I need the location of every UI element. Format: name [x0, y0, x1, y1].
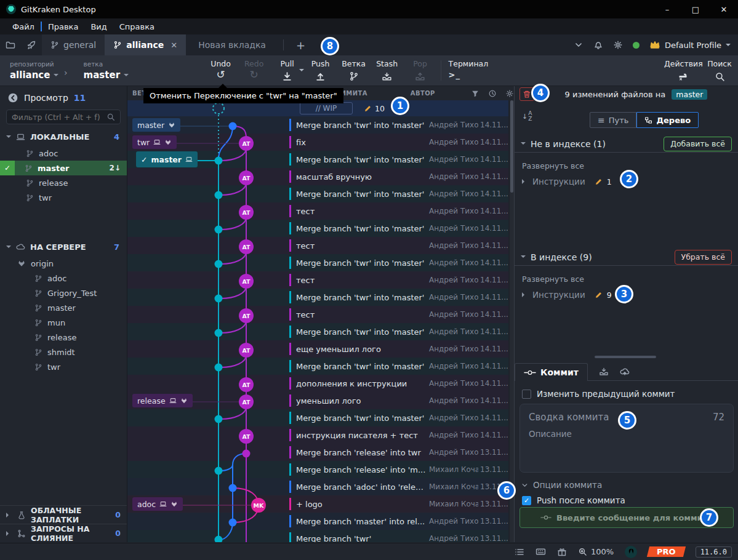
profile-menu[interactable]: Default Profile [649, 39, 731, 50]
section-merge-requests[interactable]: ЗАПРОСЫ НА СЛИЯНИЕ 0 [0, 524, 127, 542]
commit-row[interactable]: Merge branch 'twr' into 'master'Андрей Т… [127, 151, 508, 168]
menu-edit[interactable]: Правка [42, 18, 84, 34]
minimize-button[interactable]: – [653, 0, 681, 18]
push-after-checkbox[interactable]: ✓ [522, 496, 531, 505]
path-view-button[interactable]: ≡Путь [590, 112, 636, 128]
launchpad-rocket-icon[interactable] [21, 34, 42, 55]
repo-selector[interactable]: репозиторий alliance [0, 55, 64, 86]
push-after-commit-row[interactable]: ✓ Push после коммита [522, 495, 625, 505]
pop-button[interactable]: Pop [404, 55, 437, 86]
commit-row[interactable]: тестАндрей Тихон...14.11.... [127, 237, 508, 254]
sidebar-branch-twr[interactable]: twr [0, 190, 127, 205]
menu-help[interactable]: Справка [113, 18, 161, 34]
remote-branch-mun[interactable]: mun [0, 315, 127, 330]
chevron-down-icon[interactable] [574, 40, 584, 50]
commit-row[interactable]: Merge branch 'twr' into 'master'Андрей Т… [127, 254, 508, 271]
commit-description-input[interactable]: Описание [529, 429, 724, 439]
commit-summary-input[interactable]: Сводка коммита [529, 412, 609, 423]
commit-row[interactable]: инструкция писателя + тестАндрей Тихон..… [127, 426, 508, 444]
gift-icon[interactable] [557, 547, 567, 557]
expand-all-link[interactable]: Развернуть все [515, 153, 738, 170]
pull-button[interactable]: Pull [271, 55, 304, 86]
terminal-button[interactable]: Терминал >_ [445, 55, 488, 86]
filter-funnel-icon[interactable] [471, 89, 479, 98]
section-remote[interactable]: НА СЕРВЕРЕ 7 [0, 237, 127, 256]
commit-row[interactable]: Merge branch 'twr' into 'master'Андрей Т… [127, 323, 508, 340]
maximize-button[interactable]: □ [681, 0, 710, 18]
tab-close-icon[interactable]: ✕ [170, 41, 177, 50]
remote-origin[interactable]: origin [0, 256, 127, 271]
close-button[interactable]: ✕ [710, 0, 738, 18]
remote-branch-shmidt[interactable]: shmidt [0, 345, 127, 359]
commit-row[interactable]: тестАндрей Тихон...14.11.... [127, 306, 508, 323]
commit-row[interactable]: Merge branch 'release' into 'm...Михаил … [127, 461, 508, 478]
keyboard-shortcuts-icon[interactable] [535, 546, 546, 557]
sort-az-icon[interactable]: ↓AZ [522, 111, 532, 122]
cloud-patch-icon[interactable] [620, 367, 630, 377]
unstage-all-button[interactable]: Убрать всё [675, 250, 732, 265]
stash-icon[interactable] [599, 367, 609, 377]
scrollbar-thumb[interactable] [510, 100, 513, 193]
commit-row[interactable]: fixАндрей Тихон...14.11.... [127, 134, 508, 151]
branch-filter-field[interactable] [6, 110, 121, 124]
gitkraken-keif-icon[interactable] [625, 546, 637, 558]
expand-all-link[interactable]: Развернуть все [515, 266, 738, 284]
commit-row[interactable]: Merge branch 'twr' into 'master'Андрей Т… [127, 409, 508, 426]
stage-all-button[interactable]: Добавить всё [664, 137, 732, 151]
zoom-control[interactable]: 100% [578, 547, 614, 556]
commit-row[interactable]: Merge branch 'master' into rel...Андрей … [127, 513, 508, 530]
amend-checkbox-row[interactable]: Изменить предыдущий коммит [522, 389, 675, 399]
commit-row[interactable]: тестАндрей Тихон...14.11.... [127, 202, 508, 220]
tree-view-button[interactable]: Дерево [636, 112, 699, 128]
settings-gear-icon[interactable] [613, 40, 623, 50]
commit-row[interactable]: Merge branch 'twr' into 'master'Андрей Т… [127, 220, 508, 237]
remote-branch-release[interactable]: release [0, 330, 127, 345]
commit-row[interactable]: Merge branch 'twr' into 'master'Андрей Т… [127, 116, 508, 134]
remote-branch-Grigory_Test[interactable]: Grigory_Test [0, 286, 127, 300]
remote-branch-master[interactable]: master [0, 300, 127, 315]
search-button[interactable]: Поиск [701, 55, 738, 86]
col-author[interactable]: АВТОР [411, 90, 462, 97]
panel-resize-handle[interactable] [595, 356, 656, 358]
new-tab-plus-button[interactable]: + [289, 39, 313, 52]
amend-checkbox[interactable] [522, 390, 531, 399]
chevron-down-icon[interactable] [521, 142, 526, 147]
menu-view[interactable]: Вид [84, 18, 113, 34]
commit-row[interactable]: Merge branch 'twr' into 'master'Андрей Т… [127, 289, 508, 306]
commit-row[interactable]: Merge branch 'twr'Андрей Тихон...13.11..… [127, 530, 508, 542]
undo-button[interactable]: Undo ↺ [204, 55, 238, 86]
commit-tab[interactable]: Коммит [515, 363, 588, 381]
chevron-down-icon[interactable] [521, 255, 526, 260]
sidebar-branch-adoc[interactable]: adoc [0, 146, 127, 161]
notifications-bell-icon[interactable] [593, 40, 603, 50]
commit-row[interactable]: тестАндрей Тихон...14.11.... [127, 271, 508, 289]
commit-row[interactable]: Merge branch 'adoc' into 'relea...Михаил… [127, 478, 508, 495]
menu-file[interactable]: Файл [6, 18, 41, 34]
back-icon[interactable] [7, 92, 18, 103]
commit-row[interactable]: масштаб вручнуюАндрей Тихон...14.11.... [127, 168, 508, 185]
commit-options-toggle[interactable]: Опции коммита [521, 480, 602, 490]
graph-settings-gear-icon[interactable] [505, 89, 514, 98]
stash-button[interactable]: Stash [371, 55, 404, 86]
commit-row[interactable]: Merge branch 'twr' into 'master'Андрей Т… [127, 358, 508, 375]
push-button[interactable]: Push [304, 55, 337, 86]
commit-row[interactable]: + logoМихаил Коча...13.11.... [127, 495, 508, 513]
remote-branch-twr[interactable]: twr [0, 359, 127, 374]
tab-alliance[interactable]: alliance ✕ [105, 34, 186, 55]
commit-list-icon[interactable] [515, 547, 524, 557]
tab-general[interactable]: general [42, 34, 105, 55]
actions-button[interactable]: Действия [664, 55, 701, 86]
sidebar-branch-release[interactable]: release [0, 175, 127, 190]
clock-icon[interactable] [488, 89, 497, 98]
branch-button[interactable]: Ветка [337, 55, 371, 86]
commit-row[interactable]: дополнения к инструкцииАндрей Тихон...14… [127, 375, 508, 392]
commit-row[interactable]: еще уменьшил логоАндрей Тихон...14.11...… [127, 340, 508, 358]
vertical-scrollbar[interactable] [510, 100, 514, 542]
commit-row[interactable]: уменьшил логоАндрей Тихон...14.11.... [127, 392, 508, 409]
open-repo-folder-icon[interactable] [0, 34, 21, 55]
tab-new[interactable]: Новая вкладка [186, 40, 278, 50]
branch-selector[interactable]: ветка master [74, 55, 138, 86]
remote-branch-adoc[interactable]: adoc [0, 271, 127, 286]
section-cloud-patches[interactable]: ОБЛАЧНЫЕ ЗАПЛАТКИ 0 [0, 505, 127, 524]
section-local[interactable]: ЛОКАЛЬНЫЕ 4 [0, 127, 127, 146]
